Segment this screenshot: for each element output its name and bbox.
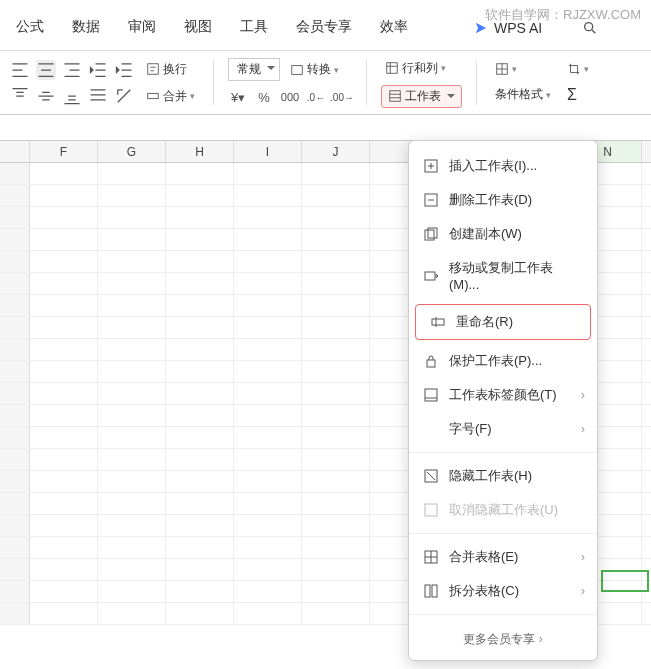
menu-data[interactable]: 数据 (72, 18, 100, 38)
svg-rect-20 (432, 585, 437, 597)
merge-table-icon (423, 549, 439, 565)
divider (366, 61, 367, 105)
menu-unhide-sheet: 取消隐藏工作表(U) (409, 493, 597, 527)
svg-rect-14 (427, 360, 435, 367)
freeze-button[interactable]: ▾ (491, 60, 555, 78)
menu-merge-table[interactable]: 合并表格(E)› (409, 540, 597, 574)
svg-rect-5 (387, 63, 398, 74)
thousands-icon[interactable]: 000 (280, 87, 300, 107)
menu-member[interactable]: 会员专享 (296, 18, 352, 38)
menu-separator (409, 452, 597, 453)
merge-button[interactable]: 合并▾ (142, 86, 199, 107)
currency-icon[interactable]: ¥▾ (228, 87, 248, 107)
svg-rect-13 (432, 319, 444, 325)
menu-separator (409, 533, 597, 534)
svg-rect-4 (292, 65, 303, 74)
sum-button[interactable]: Σ (563, 84, 593, 106)
svg-line-1 (592, 30, 595, 33)
menu-tab-color[interactable]: 工作表标签颜色(T)› (409, 378, 597, 412)
justify-icon[interactable] (88, 86, 108, 106)
rowcol-button[interactable]: 行和列▾ (381, 58, 462, 79)
menu-copy-sheet[interactable]: 创建副本(W) (409, 217, 597, 251)
valign-mid-icon[interactable] (36, 86, 56, 106)
indent-dec-icon[interactable] (88, 60, 108, 80)
divider (476, 61, 477, 105)
svg-rect-6 (390, 91, 401, 102)
toolbar: 换行 合并▾ 常规 转换▾ ¥▾ % 000 .0← .00→ 行和列▾ 工作表… (0, 51, 651, 115)
align-right-icon[interactable] (62, 60, 82, 80)
align-center-icon[interactable] (36, 60, 56, 80)
menu-more-member[interactable]: 更多会员专享 › (409, 621, 597, 652)
menu-review[interactable]: 审阅 (128, 18, 156, 38)
svg-rect-2 (148, 64, 159, 75)
col-header[interactable]: F (30, 141, 98, 162)
tabcolor-icon (423, 387, 439, 403)
svg-rect-19 (425, 585, 430, 597)
chevron-right-icon: › (581, 422, 585, 436)
watermark-text: 软件自学网：RJZXW.COM (485, 6, 641, 24)
menu-formula[interactable]: 公式 (16, 18, 44, 38)
svg-rect-12 (425, 272, 435, 280)
chevron-right-icon: › (581, 584, 585, 598)
rename-icon (430, 314, 446, 330)
indent-inc-icon[interactable] (114, 60, 134, 80)
menu-protect-sheet[interactable]: 保护工作表(P)... (409, 344, 597, 378)
formula-bar[interactable] (0, 115, 651, 141)
menu-hide-sheet[interactable]: 隐藏工作表(H) (409, 459, 597, 493)
valign-top-icon[interactable] (10, 86, 30, 106)
split-table-icon (423, 583, 439, 599)
orient-icon[interactable] (114, 86, 134, 106)
svg-rect-15 (425, 389, 437, 401)
protect-icon (423, 353, 439, 369)
worksheet-context-menu: 插入工作表(I)... 删除工作表(D) 创建副本(W) 移动或复制工作表(M)… (408, 140, 598, 661)
valign-bot-icon[interactable] (62, 86, 82, 106)
convert-button[interactable]: 转换▾ (286, 59, 343, 80)
menu-separator (409, 614, 597, 615)
menu-view[interactable]: 视图 (184, 18, 212, 38)
crop-button[interactable]: ▾ (563, 60, 593, 78)
chevron-right-icon: › (581, 388, 585, 402)
menu-rename-sheet[interactable]: 重命名(R) (415, 304, 591, 340)
menu-move-sheet[interactable]: 移动或复制工作表(M)... (409, 251, 597, 300)
col-header[interactable]: J (302, 141, 370, 162)
dec-inc-icon[interactable]: .0← (306, 87, 326, 107)
copy-sheet-icon (423, 226, 439, 242)
percent-icon[interactable]: % (254, 87, 274, 107)
col-header[interactable]: G (98, 141, 166, 162)
worksheet-button[interactable]: 工作表 (381, 85, 462, 108)
delete-sheet-icon (423, 192, 439, 208)
divider (213, 61, 214, 105)
menu-delete-sheet[interactable]: 删除工作表(D) (409, 183, 597, 217)
menu-efficiency[interactable]: 效率 (380, 18, 408, 38)
col-header[interactable]: I (234, 141, 302, 162)
col-header[interactable]: H (166, 141, 234, 162)
insert-sheet-icon (423, 158, 439, 174)
unhide-icon (423, 502, 439, 518)
wrap-text-button[interactable]: 换行 (142, 59, 199, 80)
menu-font-size[interactable]: 字号(F)› (409, 412, 597, 446)
svg-rect-17 (425, 504, 437, 516)
condfmt-button[interactable]: 条件格式▾ (491, 84, 555, 105)
chevron-right-icon: › (581, 550, 585, 564)
align-left-icon[interactable] (10, 60, 30, 80)
move-sheet-icon (423, 268, 439, 284)
svg-rect-3 (148, 93, 159, 98)
menu-split-table[interactable]: 拆分表格(C)› (409, 574, 597, 608)
dec-dec-icon[interactable]: .00→ (332, 87, 352, 107)
menu-insert-sheet[interactable]: 插入工作表(I)... (409, 149, 597, 183)
menu-tools[interactable]: 工具 (240, 18, 268, 38)
hide-icon (423, 468, 439, 484)
number-format-select[interactable]: 常规 (228, 58, 280, 81)
